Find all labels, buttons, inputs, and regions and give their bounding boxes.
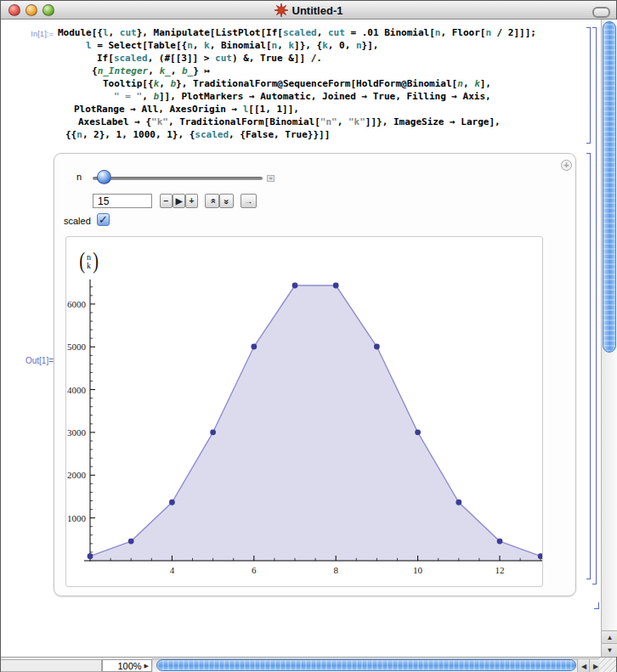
scaled-checkbox[interactable]: ✓ bbox=[97, 213, 110, 226]
horizontal-scrollbar[interactable]: ◀ ▶ bbox=[152, 658, 601, 672]
code-line: PlotRange → All, AxesOrigin → l[[1, 1]], bbox=[74, 104, 299, 116]
y-tick-label: 4000 bbox=[67, 385, 87, 395]
x-tick-label: 8 bbox=[333, 565, 338, 575]
data-point-marker[interactable] bbox=[456, 500, 461, 505]
slower-button[interactable]: » bbox=[219, 194, 234, 208]
manipulate-options-button[interactable]: + bbox=[561, 160, 572, 171]
manipulate-panel: + n = 15 −▶+»»→ scaled ✓ 100020003000400… bbox=[54, 153, 576, 596]
x-tick-label: 6 bbox=[252, 565, 257, 575]
x-tick-label: 4 bbox=[170, 565, 175, 575]
checkbox-label: scaled bbox=[64, 216, 91, 226]
vertical-scrollbar-thumb[interactable] bbox=[603, 21, 616, 353]
code-line: " = ", b]], PlotMarkers → Automatic, Joi… bbox=[114, 91, 491, 103]
cell-bracket-end bbox=[594, 602, 599, 609]
direction-button[interactable]: → bbox=[241, 194, 257, 208]
y-tick-label: 5000 bbox=[67, 342, 87, 352]
data-point-marker[interactable] bbox=[415, 429, 421, 435]
binomial-plot[interactable]: 1000200030004000500060004681012k bbox=[66, 237, 542, 586]
status-message-area bbox=[1, 659, 102, 672]
horizontal-scrollbar-thumb[interactable] bbox=[156, 659, 576, 671]
plot-frame: 1000200030004000500060004681012k ( n k ) bbox=[65, 236, 543, 587]
y-tick-label: 1000 bbox=[67, 513, 87, 523]
magnification-control[interactable]: 100% ▶ bbox=[102, 659, 152, 672]
scroll-left-icon[interactable]: ◀ bbox=[577, 659, 590, 672]
y-tick-label: 6000 bbox=[67, 299, 87, 309]
code-line: l = Select[Table[{n, k, Binomial[n, k]},… bbox=[86, 40, 378, 52]
cell-group-bracket[interactable] bbox=[592, 27, 597, 584]
y-tick-label: 2000 bbox=[67, 470, 87, 480]
data-point-marker[interactable] bbox=[88, 553, 93, 559]
x-tick-label: 12 bbox=[495, 565, 505, 575]
status-bar: 100% ▶ ◀ ▶ bbox=[1, 657, 616, 672]
vertical-scrollbar[interactable]: ▲ ▼ bbox=[601, 20, 617, 657]
code-line: Tooltip[{k, b}, TraditionalForm@Sequence… bbox=[103, 78, 491, 90]
play-button[interactable]: ▶ bbox=[173, 194, 185, 208]
data-point-marker[interactable] bbox=[292, 283, 298, 289]
scroll-down-icon[interactable]: ▼ bbox=[602, 643, 617, 657]
magnification-caret-icon: ▶ bbox=[144, 663, 149, 669]
window-resize-grip[interactable] bbox=[599, 658, 616, 672]
n-slider-track[interactable] bbox=[93, 177, 263, 180]
faster-button[interactable]: » bbox=[205, 194, 219, 208]
code-line: If[scaled, (#[[3]] > cut) &, True &]] /. bbox=[97, 53, 322, 65]
y-tick-label: 3000 bbox=[67, 427, 87, 438]
code-line: AxesLabel → {"k", TraditionalForm[Binomi… bbox=[78, 116, 501, 128]
notebook-window: Untitled-1 In[1]:= Module[{l, cut}, Mani… bbox=[0, 0, 617, 672]
increment-button[interactable]: + bbox=[185, 194, 198, 208]
out-cell-label: Out[1]= bbox=[1, 356, 54, 365]
data-point-marker[interactable] bbox=[374, 344, 380, 350]
code-line: {n_Integer, k_, b_} ↦ bbox=[92, 65, 210, 77]
data-point-marker[interactable] bbox=[497, 539, 503, 545]
filled-area bbox=[90, 285, 541, 561]
data-point-marker[interactable] bbox=[128, 539, 134, 545]
x-tick-label: 10 bbox=[413, 565, 423, 575]
y-axis-label-binomial: ( n k ) bbox=[78, 248, 99, 274]
n-slider-thumb[interactable] bbox=[97, 170, 111, 184]
scroll-up-icon[interactable]: ▲ bbox=[602, 630, 617, 644]
data-point-marker[interactable] bbox=[333, 283, 339, 289]
in-cell-bracket[interactable] bbox=[586, 27, 591, 144]
data-point-marker[interactable] bbox=[210, 429, 216, 435]
code-cell[interactable]: Module[{l, cut}, Manipulate[ListPlot[If[… bbox=[1, 1, 596, 154]
code-line: Module[{l, cut}, Manipulate[ListPlot[If[… bbox=[58, 27, 536, 39]
decrement-button[interactable]: − bbox=[160, 194, 173, 208]
data-point-marker[interactable] bbox=[169, 500, 175, 505]
slider-label: n bbox=[76, 172, 82, 182]
n-value-field[interactable]: 15 bbox=[93, 194, 152, 208]
slider-menu-icon[interactable]: = bbox=[267, 175, 275, 182]
out-cell-bracket[interactable] bbox=[586, 153, 591, 579]
data-point-marker[interactable] bbox=[251, 344, 257, 350]
code-line: {{n, 2}, 1, 1000, 1}, {scaled, {False, T… bbox=[65, 129, 330, 141]
